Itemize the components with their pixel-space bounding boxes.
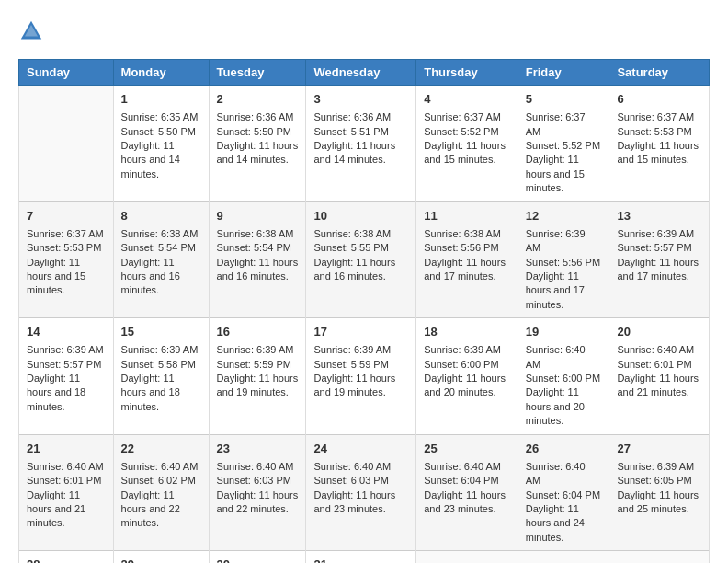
day-cell: 10Sunrise: 6:38 AMSunset: 5:55 PMDayligh…: [306, 201, 416, 318]
day-cell: 4Sunrise: 6:37 AMSunset: 5:52 PMDaylight…: [416, 86, 518, 202]
day-cell: 19Sunrise: 6:40 AMSunset: 6:00 PMDayligh…: [518, 318, 609, 435]
column-header-wednesday: Wednesday: [306, 60, 416, 86]
day-cell: 8Sunrise: 6:38 AMSunset: 5:54 PMDaylight…: [113, 201, 209, 318]
day-number: 20: [617, 324, 701, 340]
column-header-saturday: Saturday: [609, 60, 710, 86]
column-header-friday: Friday: [518, 60, 609, 86]
day-number: 8: [121, 208, 201, 224]
day-info: Sunrise: 6:39 AMSunset: 6:00 PMDaylight:…: [424, 343, 509, 400]
week-row-5: 28Sunrise: 6:39 AMSunset: 6:05 PMDayligh…: [19, 551, 710, 563]
day-number: 12: [526, 208, 602, 224]
day-info: Sunrise: 6:40 AMSunset: 6:02 PMDaylight:…: [121, 460, 201, 531]
day-number: 16: [217, 324, 299, 340]
day-cell: [416, 551, 518, 563]
day-info: Sunrise: 6:39 AMSunset: 5:58 PMDaylight:…: [121, 343, 201, 414]
day-info: Sunrise: 6:40 AMSunset: 6:04 PMDaylight:…: [424, 460, 509, 517]
day-number: 14: [27, 324, 106, 340]
day-number: 18: [424, 324, 509, 340]
day-number: 1: [121, 91, 201, 108]
day-number: 26: [526, 441, 602, 457]
day-cell: [518, 551, 609, 563]
day-number: 25: [424, 441, 509, 457]
day-number: 22: [121, 441, 201, 457]
day-cell: 5Sunrise: 6:37 AMSunset: 5:52 PMDaylight…: [518, 86, 609, 202]
day-info: Sunrise: 6:39 AMSunset: 5:59 PMDaylight:…: [313, 343, 408, 400]
logo: [18, 18, 48, 44]
day-info: Sunrise: 6:37 AMSunset: 5:53 PMDaylight:…: [617, 110, 701, 167]
day-number: 9: [217, 208, 299, 224]
logo-icon: [18, 18, 44, 44]
day-cell: 27Sunrise: 6:39 AMSunset: 6:05 PMDayligh…: [609, 434, 710, 551]
day-info: Sunrise: 6:35 AMSunset: 5:50 PMDaylight:…: [121, 110, 201, 181]
day-info: Sunrise: 6:37 AMSunset: 5:53 PMDaylight:…: [27, 227, 106, 298]
day-number: 10: [313, 208, 408, 224]
day-number: 15: [121, 324, 201, 340]
week-row-3: 14Sunrise: 6:39 AMSunset: 5:57 PMDayligh…: [19, 318, 710, 435]
day-cell: 1Sunrise: 6:35 AMSunset: 5:50 PMDaylight…: [113, 86, 209, 202]
day-cell: 30Sunrise: 6:39 AMSunset: 6:06 PMDayligh…: [209, 551, 306, 563]
day-number: 23: [217, 441, 299, 457]
day-number: 31: [313, 557, 408, 563]
day-number: 4: [424, 91, 509, 108]
day-info: Sunrise: 6:39 AMSunset: 5:57 PMDaylight:…: [617, 227, 701, 284]
day-cell: 3Sunrise: 6:36 AMSunset: 5:51 PMDaylight…: [306, 86, 416, 202]
day-cell: 25Sunrise: 6:40 AMSunset: 6:04 PMDayligh…: [416, 434, 518, 551]
week-row-4: 21Sunrise: 6:40 AMSunset: 6:01 PMDayligh…: [19, 434, 710, 551]
day-number: 28: [27, 557, 106, 563]
day-info: Sunrise: 6:40 AMSunset: 6:01 PMDaylight:…: [27, 460, 106, 531]
day-cell: 18Sunrise: 6:39 AMSunset: 6:00 PMDayligh…: [416, 318, 518, 435]
day-cell: 2Sunrise: 6:36 AMSunset: 5:50 PMDaylight…: [209, 86, 306, 202]
day-info: Sunrise: 6:39 AMSunset: 5:57 PMDaylight:…: [27, 343, 106, 414]
day-cell: 15Sunrise: 6:39 AMSunset: 5:58 PMDayligh…: [113, 318, 209, 435]
day-cell: 16Sunrise: 6:39 AMSunset: 5:59 PMDayligh…: [209, 318, 306, 435]
day-info: Sunrise: 6:36 AMSunset: 5:50 PMDaylight:…: [217, 110, 299, 167]
day-cell: 28Sunrise: 6:39 AMSunset: 6:05 PMDayligh…: [19, 551, 114, 563]
column-header-thursday: Thursday: [416, 60, 518, 86]
day-cell: 13Sunrise: 6:39 AMSunset: 5:57 PMDayligh…: [609, 201, 710, 318]
calendar-body: 1Sunrise: 6:35 AMSunset: 5:50 PMDaylight…: [19, 86, 710, 564]
week-row-1: 1Sunrise: 6:35 AMSunset: 5:50 PMDaylight…: [19, 86, 710, 202]
day-cell: 11Sunrise: 6:38 AMSunset: 5:56 PMDayligh…: [416, 201, 518, 318]
day-number: 13: [617, 208, 701, 224]
day-cell: 7Sunrise: 6:37 AMSunset: 5:53 PMDaylight…: [19, 201, 114, 318]
page-header: [18, 18, 710, 44]
day-info: Sunrise: 6:39 AMSunset: 6:05 PMDaylight:…: [617, 460, 701, 517]
day-info: Sunrise: 6:38 AMSunset: 5:54 PMDaylight:…: [217, 227, 299, 284]
column-header-sunday: Sunday: [19, 60, 114, 86]
day-info: Sunrise: 6:36 AMSunset: 5:51 PMDaylight:…: [313, 110, 408, 167]
header-row: SundayMondayTuesdayWednesdayThursdayFrid…: [19, 60, 710, 86]
day-number: 24: [313, 441, 408, 457]
day-info: Sunrise: 6:40 AMSunset: 6:04 PMDaylight:…: [526, 460, 602, 545]
day-cell: [609, 551, 710, 563]
day-info: Sunrise: 6:40 AMSunset: 6:03 PMDaylight:…: [313, 460, 408, 517]
day-cell: 29Sunrise: 6:39 AMSunset: 6:06 PMDayligh…: [113, 551, 209, 563]
calendar-header: SundayMondayTuesdayWednesdayThursdayFrid…: [19, 60, 710, 86]
day-cell: [19, 86, 114, 202]
day-cell: 23Sunrise: 6:40 AMSunset: 6:03 PMDayligh…: [209, 434, 306, 551]
day-cell: 31Sunrise: 6:39 AMSunset: 6:07 PMDayligh…: [306, 551, 416, 563]
day-number: 11: [424, 208, 509, 224]
column-header-tuesday: Tuesday: [209, 60, 306, 86]
day-info: Sunrise: 6:37 AMSunset: 5:52 PMDaylight:…: [526, 110, 602, 195]
day-number: 21: [27, 441, 106, 457]
day-info: Sunrise: 6:39 AMSunset: 5:56 PMDaylight:…: [526, 227, 602, 312]
day-cell: 24Sunrise: 6:40 AMSunset: 6:03 PMDayligh…: [306, 434, 416, 551]
day-number: 5: [526, 91, 602, 108]
day-info: Sunrise: 6:38 AMSunset: 5:56 PMDaylight:…: [424, 227, 509, 284]
day-cell: 20Sunrise: 6:40 AMSunset: 6:01 PMDayligh…: [609, 318, 710, 435]
day-cell: 22Sunrise: 6:40 AMSunset: 6:02 PMDayligh…: [113, 434, 209, 551]
day-number: 3: [313, 91, 408, 108]
day-info: Sunrise: 6:38 AMSunset: 5:55 PMDaylight:…: [313, 227, 408, 284]
calendar-table: SundayMondayTuesdayWednesdayThursdayFrid…: [18, 59, 710, 563]
day-cell: 6Sunrise: 6:37 AMSunset: 5:53 PMDaylight…: [609, 86, 710, 202]
day-number: 7: [27, 208, 106, 224]
day-info: Sunrise: 6:40 AMSunset: 6:01 PMDaylight:…: [617, 343, 701, 400]
day-info: Sunrise: 6:37 AMSunset: 5:52 PMDaylight:…: [424, 110, 509, 167]
week-row-2: 7Sunrise: 6:37 AMSunset: 5:53 PMDaylight…: [19, 201, 710, 318]
day-number: 19: [526, 324, 602, 340]
day-info: Sunrise: 6:38 AMSunset: 5:54 PMDaylight:…: [121, 227, 201, 298]
day-info: Sunrise: 6:40 AMSunset: 6:03 PMDaylight:…: [217, 460, 299, 517]
day-number: 6: [617, 91, 701, 108]
day-number: 30: [217, 557, 299, 563]
day-cell: 21Sunrise: 6:40 AMSunset: 6:01 PMDayligh…: [19, 434, 114, 551]
